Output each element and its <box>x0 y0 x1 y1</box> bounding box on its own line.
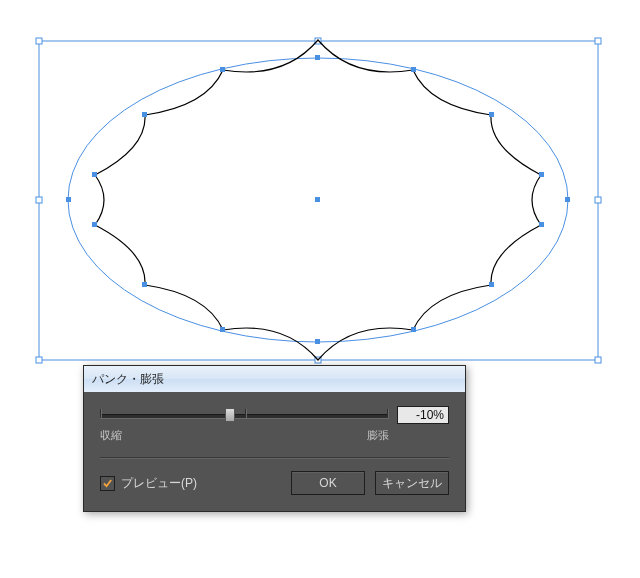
svg-rect-22 <box>142 112 147 117</box>
preview-checkbox[interactable]: プレビュー(P) <box>100 475 197 492</box>
svg-rect-9 <box>411 67 416 72</box>
svg-rect-11 <box>539 172 544 177</box>
svg-rect-15 <box>411 327 416 332</box>
amount-slider[interactable] <box>100 412 389 418</box>
svg-rect-18 <box>142 282 147 287</box>
svg-rect-8 <box>315 55 320 60</box>
svg-rect-20 <box>66 197 71 202</box>
svg-rect-13 <box>539 222 544 227</box>
svg-rect-16 <box>315 339 320 344</box>
center-point <box>315 197 320 202</box>
pucker-bloat-dialog: パンク・膨張 -10% 収縮 膨張 プレビュー(P) OK <box>83 365 466 512</box>
svg-rect-10 <box>489 112 494 117</box>
svg-rect-4 <box>595 197 601 203</box>
preview-label: プレビュー(P) <box>121 475 197 492</box>
svg-rect-5 <box>36 357 42 363</box>
svg-rect-7 <box>595 357 601 363</box>
amount-input[interactable]: -10% <box>397 406 449 424</box>
svg-rect-14 <box>489 282 494 287</box>
label-bloat: 膨張 <box>367 428 389 443</box>
label-shrink: 収縮 <box>100 428 122 443</box>
cancel-button[interactable]: キャンセル <box>375 471 449 495</box>
svg-rect-17 <box>220 327 225 332</box>
svg-rect-23 <box>220 67 225 72</box>
svg-rect-3 <box>36 197 42 203</box>
dialog-title: パンク・膨張 <box>92 371 164 388</box>
svg-rect-0 <box>36 38 42 44</box>
dialog-titlebar[interactable]: パンク・膨張 <box>84 366 465 392</box>
svg-rect-12 <box>565 197 570 202</box>
ok-button[interactable]: OK <box>291 471 365 495</box>
svg-rect-21 <box>92 172 97 177</box>
check-icon <box>103 479 112 488</box>
separator <box>100 457 449 459</box>
slider-thumb[interactable] <box>225 408 235 422</box>
svg-rect-19 <box>92 222 97 227</box>
svg-rect-2 <box>595 38 601 44</box>
